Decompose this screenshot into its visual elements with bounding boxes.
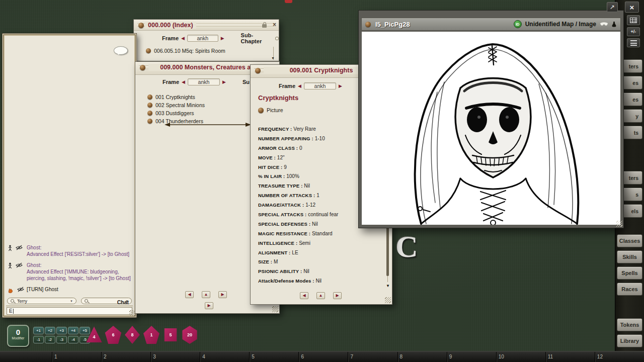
chapter-divider-arrow xyxy=(164,122,252,127)
hotkey-slot[interactable]: 11 xyxy=(545,352,595,362)
die[interactable]: 20 xyxy=(181,326,198,344)
layers-button[interactable] xyxy=(627,38,640,47)
resize-grip[interactable] xyxy=(385,297,391,303)
nav-prev-button[interactable]: ◀ xyxy=(300,292,308,299)
hotkey-slot[interactable]: 3 xyxy=(150,352,200,362)
modifier-stack[interactable]: 0 Modifier xyxy=(7,325,29,347)
nav-up-button[interactable]: ▲ xyxy=(316,292,325,299)
sidebar-button[interactable]: Library xyxy=(617,334,642,347)
chevron-down-icon: ▼ xyxy=(70,300,73,303)
layers-icon xyxy=(630,40,637,46)
sidebar-button[interactable]: Tokens xyxy=(617,318,642,331)
lock-icon[interactable] xyxy=(262,24,267,28)
chat-log: Ghost:Advanced Effect ['RESIST:silver'] … xyxy=(8,240,132,293)
map-letter: C xyxy=(395,229,418,264)
nav-prev-button[interactable]: ◀ xyxy=(185,291,194,298)
frame-cycler[interactable]: ankh xyxy=(187,35,218,42)
window-sphere-icon xyxy=(138,23,144,28)
modifier-button[interactable]: +4 xyxy=(68,327,78,334)
scrollbar[interactable]: ▼ xyxy=(271,47,276,60)
hotkey-slot[interactable]: 7 xyxy=(348,352,397,362)
scroll-down-icon[interactable]: ▼ xyxy=(271,56,275,60)
subchapter-toggle-icon[interactable] xyxy=(275,37,279,40)
hotkey-slot[interactable]: 5 xyxy=(249,352,298,362)
chat-message-text: Ghost:Advanced Effect ['RESIST:silver'] … xyxy=(27,244,132,257)
image-window-titlebar[interactable]: I5_PicPg28 ID Unidentified Map / Image xyxy=(361,18,621,31)
nav-next-button[interactable]: ▶ xyxy=(218,291,227,298)
frame-cycler[interactable]: ankh xyxy=(304,82,336,89)
entry-bullet-icon xyxy=(258,108,264,113)
cycle-left-icon[interactable]: ◀ xyxy=(182,80,185,84)
modifier-button[interactable]: +2 xyxy=(45,327,55,334)
chat-message-text: Ghost:Advanced Effect ['IMMUNE: bludgeon… xyxy=(27,262,132,282)
entry-bullet-icon xyxy=(147,111,152,116)
flask-icon[interactable] xyxy=(612,21,616,27)
identified-badge[interactable]: ID xyxy=(514,20,522,28)
image-window: I5_PicPg28 ID Unidentified Map / Image xyxy=(358,10,624,228)
sidebar-button[interactable]: Skills xyxy=(617,250,642,263)
hotkey-slot[interactable]: 8 xyxy=(397,352,447,362)
die[interactable]: 4 xyxy=(86,326,103,344)
scroll-down-icon[interactable]: ▼ xyxy=(386,284,390,288)
hotkey-slot[interactable]: 12 xyxy=(595,352,644,362)
entry-bullet-icon xyxy=(147,119,152,124)
modifier-button[interactable]: -2 xyxy=(45,336,55,343)
sidebar-button[interactable]: Classes xyxy=(617,234,642,247)
image-title: I5_PicPg28 xyxy=(375,21,410,28)
identity-select[interactable]: Terry ▼ xyxy=(7,298,76,304)
stat-row: PSIONIC ABILITYNil xyxy=(258,266,382,276)
eye-slash-icon xyxy=(16,262,23,268)
red-token-edge xyxy=(285,0,292,3)
resize-grip[interactable] xyxy=(272,306,278,312)
close-window-button[interactable]: × xyxy=(625,2,639,13)
nav-next-button[interactable]: ▶ xyxy=(333,292,342,299)
hotkey-slot[interactable]: 2 xyxy=(101,352,150,362)
pointer-tool-button[interactable]: ↗ xyxy=(607,2,618,12)
turn-icon xyxy=(8,287,14,293)
cycle-left-icon[interactable]: ◀ xyxy=(181,36,185,41)
chat-message-text: [TURN] Ghost xyxy=(27,286,132,293)
cycle-right-icon[interactable]: ▶ xyxy=(222,80,226,84)
grid-toggle-button[interactable] xyxy=(627,15,640,25)
die[interactable]: 6 xyxy=(105,326,122,344)
plus-modifier-row: +1+2+3+4+5 xyxy=(33,327,90,334)
hotkey-slot[interactable]: 9 xyxy=(447,352,496,362)
index-entry[interactable]: 006.005.10 M5q: Spirits Room xyxy=(134,47,271,55)
modifier-button[interactable]: -4 xyxy=(68,336,78,343)
die[interactable]: 5 xyxy=(162,326,179,344)
sidebar-button[interactable]: Races xyxy=(617,283,642,296)
frame-cycler[interactable]: ankh xyxy=(188,78,220,85)
eye-slash-icon xyxy=(17,287,24,292)
cycle-left-icon[interactable]: ◀ xyxy=(298,84,301,88)
frame-selector-row: Frame ◀ ankh ▶ Sub-Chapter xyxy=(134,34,279,43)
window-title: 000.000 (Index) xyxy=(145,22,196,29)
chat-input[interactable]: E xyxy=(7,307,132,315)
image-canvas[interactable] xyxy=(362,32,620,225)
cycle-right-icon[interactable]: ▶ xyxy=(339,84,342,88)
expand-button[interactable]: ▶ xyxy=(205,302,213,309)
nav-up-button[interactable]: ▲ xyxy=(202,291,210,298)
mask-icon[interactable] xyxy=(600,22,608,27)
modifier-button[interactable]: -3 xyxy=(56,336,67,343)
page-nav-buttons: ◀ ▲ ▶ xyxy=(185,291,227,298)
hotkey-slot[interactable]: 6 xyxy=(298,352,348,362)
sidebar-button[interactable]: Spells xyxy=(617,266,642,280)
index-window-header[interactable]: 000.000 (Index) × xyxy=(134,20,279,31)
resize-grip[interactable] xyxy=(616,221,622,227)
subchapter-label: Sub-Chapter xyxy=(241,32,273,44)
close-icon[interactable]: × xyxy=(273,21,276,28)
hotkey-slot[interactable]: 10 xyxy=(496,352,545,362)
die[interactable]: 1 xyxy=(143,326,160,344)
cycle-right-icon[interactable]: ▶ xyxy=(221,36,224,41)
die[interactable]: 8 xyxy=(124,326,141,344)
hotkey-slot[interactable]: 4 xyxy=(200,352,249,362)
picture-link[interactable]: Picture xyxy=(258,107,283,113)
modifier-button[interactable]: +3 xyxy=(56,327,67,334)
zoom-plus-minus-button[interactable]: +/- xyxy=(627,27,640,36)
person-icon xyxy=(8,262,13,269)
stat-row: INTELLIGENCESemi xyxy=(258,238,382,248)
hotkey-slot[interactable]: 1 xyxy=(52,352,101,362)
stat-row: Attack/Defense ModesNil xyxy=(258,276,382,286)
modifier-button[interactable]: -1 xyxy=(33,336,44,343)
modifier-button[interactable]: +1 xyxy=(33,327,44,334)
